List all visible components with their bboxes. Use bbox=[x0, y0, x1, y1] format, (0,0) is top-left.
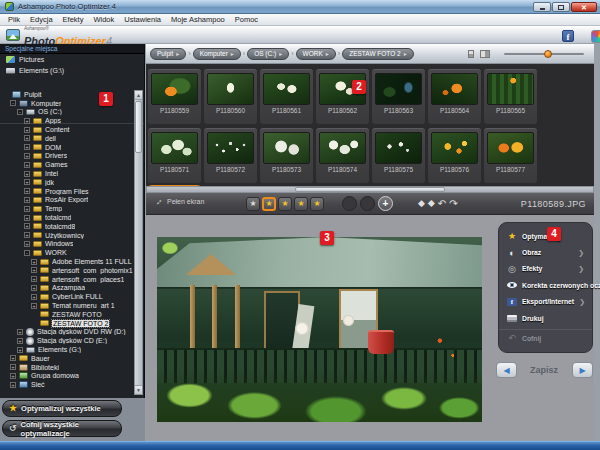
panel-item-effects[interactable]: Efekty❯ bbox=[499, 261, 592, 277]
tree-item[interactable]: +Elements (G:) bbox=[2, 345, 133, 354]
tree-item[interactable]: +DOM bbox=[2, 143, 133, 152]
breadcrumb-item[interactable]: Komputer▸ bbox=[193, 48, 241, 60]
facebook-icon[interactable]: f bbox=[562, 30, 574, 42]
tree-expander[interactable]: + bbox=[24, 144, 30, 150]
tree-expander[interactable]: + bbox=[17, 329, 23, 335]
scroll-down-icon[interactable]: ▼ bbox=[135, 385, 142, 394]
slider-thumb[interactable] bbox=[544, 50, 552, 58]
rating-star-4[interactable]: ★ bbox=[310, 197, 324, 211]
thumbnail[interactable]: P1180565 bbox=[484, 69, 537, 124]
tree-expander[interactable]: + bbox=[24, 223, 30, 229]
view-list-icon[interactable] bbox=[468, 50, 474, 58]
rating-star-2[interactable]: ★ bbox=[278, 197, 292, 211]
tree-expander[interactable]: + bbox=[10, 373, 16, 379]
scroll-up-icon[interactable]: ▲ bbox=[135, 91, 142, 100]
tree-expander[interactable]: + bbox=[10, 355, 16, 361]
thumbnail-size-slider[interactable] bbox=[504, 53, 584, 55]
tree-item[interactable]: +totalcmd8 bbox=[2, 222, 133, 231]
undo-all-button[interactable]: ↺ Cofnij wszystkie optymalizacje bbox=[2, 420, 122, 437]
tree-item[interactable]: -Komputer bbox=[2, 99, 133, 108]
thumbnail[interactable]: P1180574 bbox=[316, 128, 369, 183]
rating-star-1[interactable]: ★ bbox=[262, 197, 276, 211]
tree-item[interactable]: ZESTAW FOTO 2 bbox=[2, 319, 133, 328]
tree-expander[interactable]: + bbox=[17, 347, 23, 353]
view-grid-icon[interactable] bbox=[480, 50, 490, 58]
menu-item[interactable]: Ustawienia bbox=[119, 15, 166, 24]
tree-item[interactable]: +Drivers bbox=[2, 152, 133, 161]
tree-expander[interactable]: + bbox=[24, 118, 30, 124]
menu-item[interactable]: Plik bbox=[3, 15, 25, 24]
thumbnail[interactable]: P1180572 bbox=[204, 128, 257, 183]
breadcrumb-item[interactable]: Pulpit▸ bbox=[150, 48, 186, 60]
tree-expander[interactable]: + bbox=[24, 135, 30, 141]
previous-photo-button[interactable]: ◀ bbox=[496, 362, 517, 378]
tree-scrollbar[interactable]: ▲ ▼ bbox=[134, 90, 143, 395]
rotate-left-icon[interactable]: ↶ bbox=[438, 197, 446, 210]
tree-item[interactable]: +RosAir Export bbox=[2, 196, 133, 205]
thumbnail[interactable]: P1180564 bbox=[428, 69, 481, 124]
close-button[interactable]: ✕ bbox=[571, 2, 597, 12]
tree-expander[interactable]: + bbox=[24, 241, 30, 247]
thumbnail[interactable]: P1180575 bbox=[372, 128, 425, 183]
thumbnail[interactable]: P1180577 bbox=[484, 128, 537, 183]
rotate-right-icon[interactable]: ↷ bbox=[449, 197, 457, 210]
minimize-button[interactable] bbox=[533, 2, 551, 12]
menu-item[interactable]: Widok bbox=[88, 15, 119, 24]
tree-item[interactable]: +Stacja dysków CD (E:) bbox=[2, 336, 133, 345]
menu-item[interactable]: Efekty bbox=[58, 15, 89, 24]
thumbnail[interactable]: P1180559 bbox=[148, 69, 201, 124]
tree-item[interactable]: +artensoft_com_places1 bbox=[2, 275, 133, 284]
zoom-fit-button[interactable] bbox=[360, 196, 375, 211]
tree-expander[interactable]: + bbox=[24, 162, 30, 168]
tree-item[interactable]: +Temat numeru_art 1 bbox=[2, 301, 133, 310]
special-item-pictures[interactable]: Pictures bbox=[0, 54, 144, 65]
tree-expander[interactable]: + bbox=[31, 303, 37, 309]
next-photo-button[interactable]: ▶ bbox=[572, 362, 593, 378]
tree-expander[interactable]: + bbox=[24, 197, 30, 203]
tree-item[interactable]: +Windows bbox=[2, 240, 133, 249]
tree-item[interactable]: ZESTAW FOTO bbox=[2, 310, 133, 319]
tree-expander[interactable]: + bbox=[24, 232, 30, 238]
tree-item[interactable]: +Adobe Elements 11 FULL bbox=[2, 257, 133, 266]
breadcrumb-item[interactable]: WORK▸ bbox=[296, 48, 336, 60]
tree-expander[interactable]: - bbox=[10, 100, 16, 106]
panel-item-printer[interactable]: Drukuj❯ bbox=[499, 310, 592, 326]
breadcrumb-item[interactable]: OS (C:)▸ bbox=[247, 48, 289, 60]
optimize-all-button[interactable]: ★ Optymalizuj wszystkie bbox=[2, 400, 122, 417]
tree-item[interactable]: +Program Files bbox=[2, 187, 133, 196]
tree-expander[interactable]: + bbox=[31, 285, 37, 291]
tree-expander[interactable]: + bbox=[24, 171, 30, 177]
zoom-in-button[interactable]: + bbox=[378, 196, 393, 211]
menu-item[interactable]: Edycja bbox=[25, 15, 58, 24]
fullscreen-button[interactable]: ↔ Pełen ekran bbox=[154, 197, 204, 206]
flip-horizontal-icon[interactable]: ◆ bbox=[418, 197, 425, 210]
tree-scrollbar-thumb[interactable] bbox=[135, 101, 142, 153]
thumbnail[interactable]: P1180561 bbox=[260, 69, 313, 124]
tree-item[interactable]: +Bauer bbox=[2, 354, 133, 363]
tree-item[interactable]: +Użytkownicy bbox=[2, 231, 133, 240]
tree-expander[interactable]: + bbox=[24, 127, 30, 133]
menu-item[interactable]: Pomoc bbox=[230, 15, 263, 24]
tree-item[interactable]: +CyberLink FULL bbox=[2, 292, 133, 301]
share-icon[interactable] bbox=[591, 30, 600, 43]
panel-item-facebook[interactable]: Eksport/Internet❯ bbox=[499, 294, 592, 310]
tree-item[interactable]: +Temp bbox=[2, 204, 133, 213]
tree-expander[interactable]: + bbox=[24, 188, 30, 194]
panel-item-contrast[interactable]: Obraz❯ bbox=[499, 244, 592, 260]
tree-item[interactable]: -OS (C:) bbox=[2, 108, 133, 117]
tree-item[interactable]: Pulpit bbox=[2, 90, 133, 99]
tree-item[interactable]: +Sieć bbox=[2, 380, 133, 389]
breadcrumb-item[interactable]: ZESTAW FOTO 2▸ bbox=[342, 48, 414, 60]
tree-item[interactable]: +artensoft_com_photomix1 bbox=[2, 266, 133, 275]
tree-item[interactable]: +Intel bbox=[2, 169, 133, 178]
thumbnail-scrollbar[interactable] bbox=[146, 186, 594, 193]
tree-expander[interactable]: + bbox=[31, 267, 37, 273]
rating-star-3[interactable]: ★ bbox=[294, 197, 308, 211]
zoom-out-button[interactable] bbox=[342, 196, 357, 211]
tree-item[interactable]: +Grupa domowa bbox=[2, 372, 133, 381]
tree-expander[interactable]: + bbox=[31, 276, 37, 282]
tree-expander[interactable]: + bbox=[10, 364, 16, 370]
thumbnail[interactable]: P1180563 bbox=[372, 69, 425, 124]
tree-expander[interactable]: - bbox=[24, 250, 30, 256]
menu-item[interactable]: Moje Ashampoo bbox=[166, 15, 230, 24]
